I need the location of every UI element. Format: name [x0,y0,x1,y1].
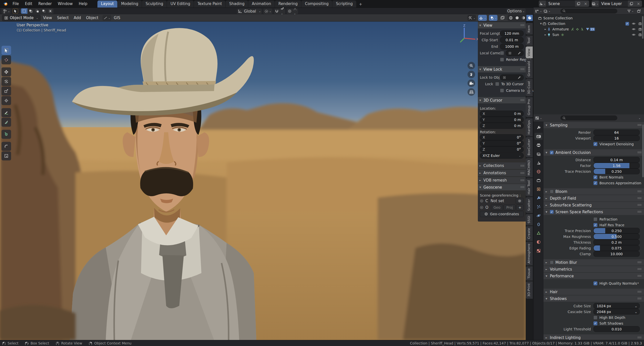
properties-scrollbar[interactable] [642,124,644,177]
properties-tab-world[interactable] [534,168,543,175]
drag-dots-icon[interactable] [521,68,524,70]
section-screen-space-reflections-max-roughness-field[interactable]: 0.500 [593,234,640,239]
drag-dots-icon[interactable] [638,262,641,263]
drag-dots-icon[interactable] [638,268,641,270]
section-ambient-occlusion-bounces-approximation-checkbox[interactable]: ✓ [593,181,597,185]
field-clip-start[interactable]: 0.01 m [500,37,524,43]
menu-view[interactable]: View [41,15,55,21]
panel-view[interactable]: ▼View [478,22,526,28]
zoom-button[interactable] [468,62,475,69]
panel-geoscene[interactable]: ▼Geoscene [478,184,526,190]
cursor-rotation-z-field[interactable]: Z0° [480,146,524,152]
radio-icon[interactable] [480,199,483,203]
outliner-scrollbar[interactable] [642,16,643,39]
radio-icon[interactable] [480,206,483,209]
drag-dots-icon[interactable] [521,172,524,174]
proj-button[interactable]: Proj [504,204,516,210]
menu-object[interactable]: Object [84,15,101,21]
collection-checkbox[interactable]: ✓ [625,22,629,26]
local-camera-checkbox[interactable] [500,51,504,55]
outliner-display-mode-dropdown[interactable]: ⌄ [535,8,542,14]
select-mode-invert-icon[interactable] [41,8,47,14]
tool-select-box[interactable] [2,46,11,55]
crs-settings-button[interactable] [516,198,524,204]
section-ambient-occlusion-factor-field[interactable]: 1.56 [593,163,640,168]
menu-file[interactable]: File [10,1,22,7]
properties-tab-view-layer[interactable] [534,150,543,157]
outliner-row-scene-collection[interactable]: Scene Collection [533,15,644,21]
properties-tab-tool[interactable] [534,124,543,131]
camera-view-button[interactable] [468,79,475,87]
section-ambient-occlusion-distance-field[interactable]: 0.14 m [593,157,640,163]
drag-dots-icon[interactable] [638,124,641,126]
menu-gis[interactable]: GIS [111,15,123,21]
tool-cursor[interactable] [2,55,11,64]
field-end[interactable]: 1000 m [500,44,524,50]
n-panel-tab-hardops[interactable]: HardOps [526,118,533,136]
cursor-rotation-y-field[interactable]: Y0° [480,140,524,146]
workspace-tab-texture-paint[interactable]: Texture Paint [194,1,225,8]
pose2-icon[interactable] [581,28,584,31]
drag-dots-icon[interactable] [521,186,524,188]
properties-tab-material[interactable] [534,238,543,245]
properties-tab-texture[interactable] [534,247,543,254]
section-sampling-viewport-denoising-checkbox[interactable]: ✓ [593,142,597,146]
workspace-tab-uv-editing[interactable]: UV Editing [167,1,194,8]
workspace-tab-modeling[interactable]: Modeling [118,1,142,8]
new-collection-button[interactable] [635,8,642,14]
n-panel-tab-graswald[interactable]: Graswald [526,59,533,78]
section-indirect-lighting-header[interactable]: ►Indirect Lighting [544,334,644,340]
drag-dots-icon[interactable] [521,165,524,167]
properties-tab-data[interactable] [534,230,543,237]
workspace-tab-compositing[interactable]: Compositing [301,1,332,8]
properties-tab-physics[interactable] [534,212,543,219]
properties-tab-constraints[interactable] [534,221,543,228]
tool-rotate[interactable] [2,77,11,86]
section-ambient-occlusion-header[interactable]: ▼✓Ambient Occlusion [544,149,644,156]
properties-options-dropdown[interactable]: ⌄ [636,115,643,121]
active-tool-dropdown[interactable]: ⌄ [2,8,11,14]
workspace-tab-animation[interactable]: Animation [248,1,274,8]
drag-dots-icon[interactable] [638,152,641,153]
viewport-3d[interactable]: User Perspective (1) Collection | Sherif… [0,22,526,340]
pose-icon[interactable] [571,28,574,31]
n-panel-tab-tool[interactable]: Tool [526,35,533,46]
view-layer-name[interactable]: View Layer [599,2,628,6]
workspace-tab-rendering[interactable]: Rendering [275,1,301,8]
expand-icon[interactable]: ► [545,28,547,30]
section-hair-header[interactable]: ►Hair [544,289,644,295]
n-panel-tab-create[interactable]: Create [526,226,533,241]
section-subsurface-scattering-header[interactable]: ►Subsurface Scattering [544,202,644,208]
tool-move[interactable] [2,67,11,76]
section-screen-space-reflections-header[interactable]: ▼✓Screen Space Reflections [544,209,644,215]
tool-transform[interactable] [2,96,11,105]
panel-vdb-remesh[interactable]: ►VDB remesh [478,177,526,184]
n-panel-tab-view[interactable]: View [526,47,533,58]
outliner-row-collection[interactable]: ▼Collection✓ [533,21,644,26]
section-shadows-header[interactable]: ▼Shadows [544,295,644,302]
panel-annotations[interactable]: ►Annotations [478,170,526,176]
section-ambient-occlusion-bent-normals-checkbox[interactable]: ✓ [593,175,597,179]
animate-dot-icon[interactable]: • [637,281,639,286]
section-sampling-render-field[interactable]: 64 [593,129,640,135]
mode-dropdown[interactable]: Object Mode⌄ [2,15,41,21]
header-falloff-dropdown[interactable]: ⌄ [102,15,111,21]
properties-tab-particles[interactable] [534,203,543,210]
outliner-row-sun[interactable]: ►Sun [533,32,644,37]
drag-dots-icon[interactable] [638,191,641,192]
sun-data-icon[interactable] [561,33,564,36]
n-panel-tab-ssgi[interactable]: SSGI [526,214,533,225]
blender-logo-icon[interactable] [2,1,9,7]
tool-annotate[interactable] [2,108,11,117]
workspace-tab-layout[interactable]: Layout [97,1,117,8]
properties-tab-collection[interactable] [534,177,543,184]
menu-help[interactable]: Help [76,1,90,7]
transform-orientation-dropdown[interactable]: Global⌄ [237,9,262,14]
section-depth-of-field-header[interactable]: ►Depth of Field [544,195,644,201]
new-scene-icon[interactable] [575,1,582,7]
shading-rendered-icon[interactable] [526,15,533,21]
tool-measure[interactable] [2,118,11,127]
select-mode-subtract-icon[interactable] [34,8,41,14]
properties-tab-modifiers[interactable] [534,194,543,201]
drag-dots-icon[interactable] [521,180,524,181]
